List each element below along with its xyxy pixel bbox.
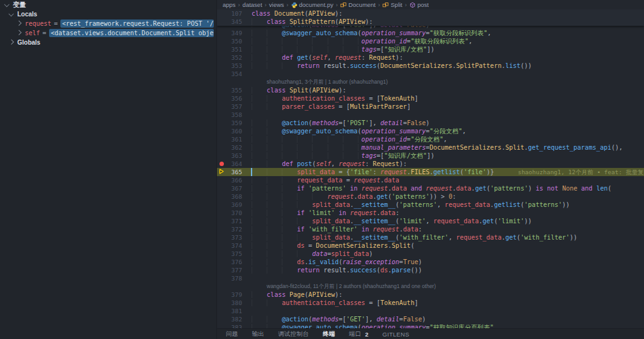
- code-line-352[interactable]: 352 def get(self, request: Request):: [217, 53, 644, 62]
- code-line-365[interactable]: 365 split_data = {'file': request.FILES.…: [217, 168, 644, 176]
- gutter[interactable]: [217, 291, 226, 299]
- code-line-349[interactable]: 349 @swagger_auto_schema(operation_summa…: [217, 29, 644, 37]
- code-editor[interactable]: 107class Document(APIView):345 class Spl…: [217, 9, 644, 328]
- code-line-364[interactable]: 364 def post(self, request: Request):: [217, 160, 644, 168]
- code-line-359[interactable]: 359 @action(methods=['POST'], detail=Fal…: [217, 119, 644, 127]
- code-line-357[interactable]: 357 parser_classes = [MultiPartParser]: [217, 103, 644, 111]
- panel-tab-端口[interactable]: 端口2: [349, 330, 369, 338]
- gutter[interactable]: [217, 111, 226, 119]
- code-line-373[interactable]: 373 split_data.__setitem__('with_filter'…: [217, 233, 644, 242]
- gutter[interactable]: [217, 29, 226, 37]
- gutter[interactable]: [217, 217, 226, 225]
- gutter[interactable]: [217, 135, 226, 143]
- variable-row-request[interactable]: request=<rest_framework.request.Request:…: [0, 19, 216, 28]
- gutter[interactable]: [217, 103, 226, 111]
- gutter[interactable]: [217, 143, 226, 152]
- line-number: 364: [226, 160, 242, 168]
- gutter[interactable]: [217, 70, 226, 78]
- code-line-370[interactable]: 370 if 'limit' in request.data:: [217, 209, 644, 217]
- code-line-382[interactable]: 382 @action(methods=['GET'], detail=Fals…: [217, 315, 644, 323]
- code-line-383[interactable]: 383 @swagger_auto_schema(operation_summa…: [217, 323, 644, 328]
- gutter[interactable]: [217, 127, 226, 135]
- gutter[interactable]: [217, 62, 226, 70]
- gutter[interactable]: [217, 233, 226, 242]
- codelens-blame[interactable]: shaohuzhang1, 3个月前 | 1 author (shaohuzha…: [217, 78, 644, 86]
- breadcrumb-item-apps[interactable]: apps: [223, 1, 236, 8]
- code-line-355[interactable]: 355 class Split(APIView):: [217, 86, 644, 94]
- variable-value: <dataset.views.document.Document.Split o…: [49, 29, 214, 37]
- code-line-366[interactable]: 366 request_data = request.data: [217, 176, 644, 184]
- code-line-351[interactable]: 351 tags=["知识库/文档"]): [217, 45, 644, 53]
- codelens-blame[interactable]: wangdan-fit2cloud, 11个月前 | 2 authors (sh…: [217, 282, 644, 291]
- breadcrumb-item-dataset[interactable]: dataset: [243, 1, 262, 8]
- code-line-379[interactable]: 379 class Page(APIView):: [217, 291, 644, 299]
- gutter[interactable]: [217, 258, 226, 266]
- gutter[interactable]: [217, 86, 226, 94]
- breadcrumb-item-post[interactable]: post: [409, 1, 429, 8]
- code-line-354[interactable]: 354: [217, 70, 644, 78]
- code-line-371[interactable]: 371 split_data.__setitem__('limit', requ…: [217, 217, 644, 225]
- breadcrumb-item-document-py[interactable]: document.py: [291, 1, 333, 8]
- gutter[interactable]: [217, 152, 226, 160]
- gutter[interactable]: [217, 242, 226, 250]
- breakpoint-icon[interactable]: [217, 160, 226, 168]
- gutter[interactable]: [217, 18, 226, 26]
- code-line-350[interactable]: 350 operation_id="获取分段标识列表",: [217, 37, 644, 45]
- code-line-378[interactable]: 378: [217, 274, 644, 282]
- variable-row-self[interactable]: self=<dataset.views.document.Document.Sp…: [0, 28, 216, 38]
- breadcrumb-item-document[interactable]: Document: [340, 1, 375, 8]
- line-number: 374: [226, 242, 242, 250]
- panel-tab-输出[interactable]: 输出: [252, 330, 265, 338]
- gutter[interactable]: [217, 192, 226, 201]
- panel-tab-终端[interactable]: 终端: [323, 330, 335, 338]
- code-line-372[interactable]: 372 if 'with_filter' in request.data:: [217, 225, 644, 233]
- gutter[interactable]: [217, 274, 226, 282]
- panel-tab-gitlens[interactable]: GITLENS: [382, 331, 409, 338]
- code-line-375[interactable]: 375 data=split_data): [217, 250, 644, 258]
- gutter[interactable]: [217, 201, 226, 209]
- gutter[interactable]: [217, 209, 226, 217]
- panel-tab-调试控制台[interactable]: 调试控制台: [278, 330, 309, 338]
- code-line-107[interactable]: 107class Document(APIView):: [217, 9, 644, 18]
- gutter[interactable]: [217, 9, 226, 18]
- gutter[interactable]: [217, 225, 226, 233]
- code-line-345[interactable]: 345 class SplitPattern(APIView):: [217, 18, 644, 26]
- code-line-353[interactable]: 353 return result.success(DocumentSerial…: [217, 62, 644, 70]
- breadcrumb-separator: ›: [287, 2, 289, 8]
- code-line-374[interactable]: 374 ds = DocumentSerializers.Split(: [217, 242, 644, 250]
- code-line-361[interactable]: 361 operation_id="分段文档",: [217, 135, 644, 143]
- gutter[interactable]: [217, 53, 226, 62]
- scope-globals[interactable]: Globals: [0, 38, 216, 47]
- sticky-scroll[interactable]: 107class Document(APIView):345 class Spl…: [217, 9, 644, 26]
- code-line-367[interactable]: 367 if 'patterns' in request.data and re…: [217, 184, 644, 192]
- code-line-362[interactable]: 362 manual_parameters=DocumentSerializer…: [217, 143, 644, 152]
- scope-locals[interactable]: Locals: [0, 9, 216, 19]
- code-line-368[interactable]: 368 request.data.get('patterns')) > 0:: [217, 192, 644, 201]
- gutter[interactable]: [217, 315, 226, 323]
- code-line-381[interactable]: 381: [217, 307, 644, 315]
- debug-current-line-icon[interactable]: [217, 168, 226, 176]
- code-line-369[interactable]: 369 split_data.__setitem__('patterns', r…: [217, 201, 644, 209]
- gutter[interactable]: [217, 176, 226, 184]
- code-line-377[interactable]: 377 return result.success(ds.parse()): [217, 266, 644, 274]
- code-line-376[interactable]: 376 ds.is_valid(raise_exception=True): [217, 258, 644, 266]
- gutter[interactable]: [217, 94, 226, 103]
- code-line-363[interactable]: 363 tags=["知识库/文档"]): [217, 152, 644, 160]
- gutter[interactable]: [217, 299, 226, 307]
- gutter[interactable]: [217, 323, 226, 328]
- gutter[interactable]: [217, 45, 226, 53]
- code-line-358[interactable]: 358: [217, 111, 644, 119]
- gutter[interactable]: [217, 184, 226, 192]
- code-line-380[interactable]: 380 authentication_classes = [TokenAuth]: [217, 299, 644, 307]
- breadcrumb-item-split[interactable]: Split: [382, 1, 402, 8]
- gutter[interactable]: [217, 250, 226, 258]
- variables-panel-header[interactable]: 变量: [0, 0, 216, 9]
- breadcrumb-item-views[interactable]: views: [269, 1, 284, 8]
- code-line-360[interactable]: 360 @swagger_auto_schema(operation_summa…: [217, 127, 644, 135]
- gutter[interactable]: [217, 119, 226, 127]
- code-line-356[interactable]: 356 authentication_classes = [TokenAuth]: [217, 94, 644, 103]
- gutter[interactable]: [217, 307, 226, 315]
- gutter[interactable]: [217, 37, 226, 45]
- panel-tab-问题[interactable]: 问题: [226, 330, 238, 338]
- gutter[interactable]: [217, 266, 226, 274]
